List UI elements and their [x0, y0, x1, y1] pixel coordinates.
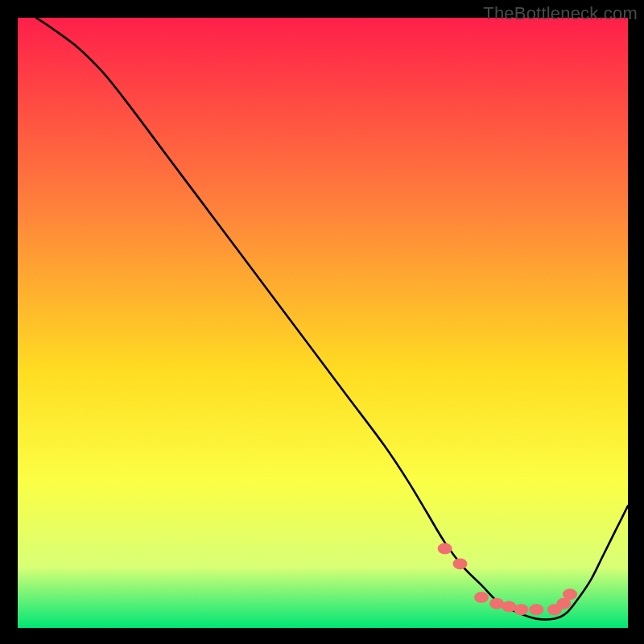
- operating-point-dot: [529, 604, 543, 615]
- operating-point-dot: [489, 598, 504, 609]
- operating-point-dot: [514, 604, 528, 615]
- operating-point-dot: [474, 592, 489, 603]
- operating-point-dot: [438, 543, 452, 555]
- operating-point-dot: [502, 601, 516, 613]
- bottleneck-curve-chart: [18, 18, 628, 628]
- chart-frame: TheBottleneck.com: [0, 0, 644, 644]
- operating-point-dot: [453, 558, 468, 569]
- watermark-text: TheBottleneck.com: [483, 3, 638, 24]
- operating-point-dot: [563, 588, 577, 600]
- gradient-background: [18, 18, 628, 628]
